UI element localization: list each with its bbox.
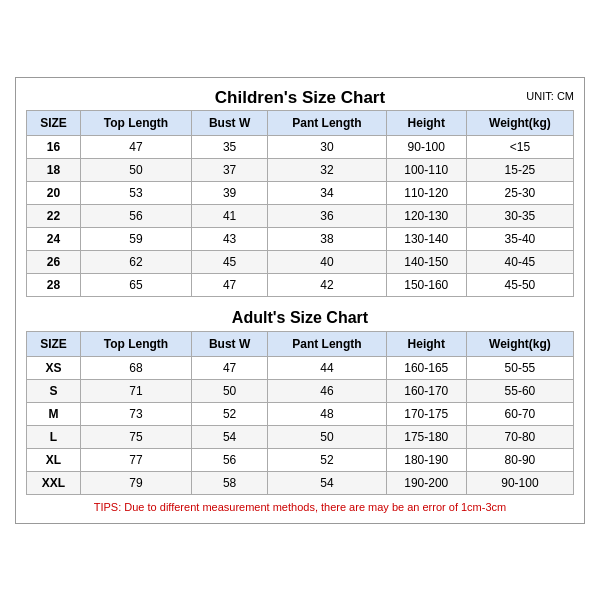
data-cell: 45-50 [466,273,573,296]
data-cell: <15 [466,135,573,158]
adult-col-top-length: Top Length [80,331,191,356]
data-cell: 160-165 [386,356,466,379]
size-col: 22 [27,204,81,227]
data-cell: 80-90 [466,448,573,471]
data-cell: 40-45 [466,250,573,273]
table-row: 22564136120-13030-35 [27,204,574,227]
table-row: 28654742150-16045-50 [27,273,574,296]
table-row: M735248170-17560-70 [27,402,574,425]
table-row: XL775652180-19080-90 [27,448,574,471]
data-cell: 30 [268,135,386,158]
data-cell: 35 [192,135,268,158]
data-cell: 44 [268,356,386,379]
unit-label: UNIT: CM [526,90,574,102]
data-cell: 53 [80,181,191,204]
children-size-table: SIZE Top Length Bust W Pant Length Heigh… [26,110,574,297]
children-col-top-length: Top Length [80,110,191,135]
data-cell: 59 [80,227,191,250]
data-cell: 90-100 [466,471,573,494]
size-col: 28 [27,273,81,296]
data-cell: 65 [80,273,191,296]
size-col: L [27,425,81,448]
table-row: 24594338130-14035-40 [27,227,574,250]
children-col-height: Height [386,110,466,135]
data-cell: 100-110 [386,158,466,181]
children-col-bust: Bust W [192,110,268,135]
data-cell: 50 [192,379,268,402]
data-cell: 40 [268,250,386,273]
data-cell: 68 [80,356,191,379]
data-cell: 47 [192,273,268,296]
table-row: 18503732100-11015-25 [27,158,574,181]
data-cell: 52 [268,448,386,471]
data-cell: 79 [80,471,191,494]
data-cell: 110-120 [386,181,466,204]
data-cell: 52 [192,402,268,425]
adult-title: Adult's Size Chart [26,301,574,331]
data-cell: 60-70 [466,402,573,425]
data-cell: 160-170 [386,379,466,402]
children-col-pant: Pant Length [268,110,386,135]
data-cell: 90-100 [386,135,466,158]
data-cell: 42 [268,273,386,296]
data-cell: 62 [80,250,191,273]
size-col: 16 [27,135,81,158]
size-col: XXL [27,471,81,494]
data-cell: 46 [268,379,386,402]
size-col: 24 [27,227,81,250]
data-cell: 130-140 [386,227,466,250]
data-cell: 77 [80,448,191,471]
data-cell: 45 [192,250,268,273]
data-cell: 120-130 [386,204,466,227]
adult-col-pant: Pant Length [268,331,386,356]
data-cell: 180-190 [386,448,466,471]
data-cell: 30-35 [466,204,573,227]
data-cell: 75 [80,425,191,448]
data-cell: 41 [192,204,268,227]
data-cell: 47 [192,356,268,379]
adult-col-bust: Bust W [192,331,268,356]
adult-size-table: SIZE Top Length Bust W Pant Length Heigh… [26,331,574,495]
size-col: S [27,379,81,402]
children-col-size: SIZE [27,110,81,135]
data-cell: 58 [192,471,268,494]
adult-header-row: SIZE Top Length Bust W Pant Length Heigh… [27,331,574,356]
data-cell: 32 [268,158,386,181]
data-cell: 140-150 [386,250,466,273]
data-cell: 50-55 [466,356,573,379]
children-title-text: Children's Size Chart [215,88,385,107]
data-cell: 71 [80,379,191,402]
data-cell: 50 [80,158,191,181]
table-row: 1647353090-100<15 [27,135,574,158]
size-col: XL [27,448,81,471]
size-col: 26 [27,250,81,273]
data-cell: 55-60 [466,379,573,402]
data-cell: 39 [192,181,268,204]
data-cell: 15-25 [466,158,573,181]
data-cell: 54 [192,425,268,448]
data-cell: 56 [80,204,191,227]
data-cell: 56 [192,448,268,471]
data-cell: 48 [268,402,386,425]
children-col-weight: Weight(kg) [466,110,573,135]
data-cell: 37 [192,158,268,181]
data-cell: 36 [268,204,386,227]
data-cell: 47 [80,135,191,158]
data-cell: 34 [268,181,386,204]
data-cell: 43 [192,227,268,250]
data-cell: 38 [268,227,386,250]
table-row: S715046160-17055-60 [27,379,574,402]
data-cell: 25-30 [466,181,573,204]
data-cell: 70-80 [466,425,573,448]
size-col: M [27,402,81,425]
data-cell: 50 [268,425,386,448]
table-row: XS684744160-16550-55 [27,356,574,379]
data-cell: 150-160 [386,273,466,296]
table-row: L755450175-18070-80 [27,425,574,448]
size-col: XS [27,356,81,379]
children-title: Children's Size Chart UNIT: CM [26,88,574,108]
children-header-row: SIZE Top Length Bust W Pant Length Heigh… [27,110,574,135]
table-row: 26624540140-15040-45 [27,250,574,273]
data-cell: 54 [268,471,386,494]
data-cell: 73 [80,402,191,425]
